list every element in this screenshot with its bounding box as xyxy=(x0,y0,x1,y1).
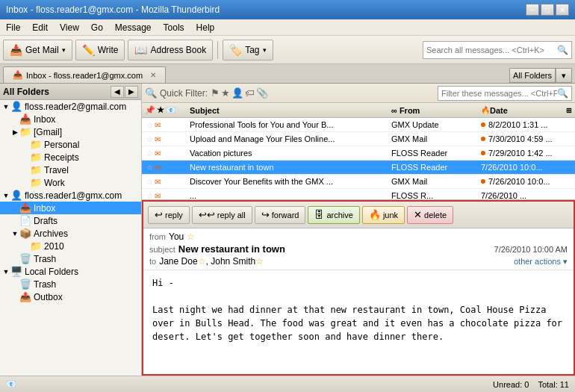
sidebar-item-inbox-gmx[interactable]: 📥 Inbox xyxy=(0,202,141,214)
email-from: FLOSS Reader xyxy=(388,149,478,158)
email-flags: ☆ ✉ xyxy=(142,135,187,143)
star-flag[interactable]: ☆ xyxy=(146,178,153,186)
sidebar-item-work[interactable]: 📁 Work xyxy=(0,176,141,189)
col-header-subject[interactable]: Subject xyxy=(187,106,388,115)
filter-starred-icon[interactable]: ★ xyxy=(221,87,230,99)
menu-tools[interactable]: Tools xyxy=(161,22,187,34)
email-row-selected[interactable]: ☆ ✉ New restaurant in town FLOSS Reader … xyxy=(142,161,575,175)
sidebar-item-2010[interactable]: 📁 2010 xyxy=(0,240,141,252)
close-button[interactable]: ✕ xyxy=(556,4,569,16)
email-flags: ☆ ✉ xyxy=(142,192,187,200)
email-row[interactable]: ☆ ✉ Professional Tools for You and Your … xyxy=(142,118,575,132)
star-flag[interactable]: ☆ xyxy=(146,121,153,129)
tab-inbox-icon: 📥 xyxy=(13,70,23,80)
tab-actions: All Folders ▾ xyxy=(509,68,575,83)
sidebar-item-trash-local[interactable]: 🗑️ Trash xyxy=(0,278,141,290)
priority-flag: ✉ xyxy=(155,121,161,129)
tag-button[interactable]: 🏷️ Tag ▾ xyxy=(223,40,273,60)
sidebar-item-receipts[interactable]: 📁 Receipts xyxy=(0,151,141,164)
sidebar-item-personal[interactable]: 📁 Personal xyxy=(0,138,141,151)
sidebar-item-archives[interactable]: ▼ 📦 Archives xyxy=(0,227,141,240)
folder-icon: 📁 xyxy=(30,152,42,163)
col-header-from[interactable]: ∞ From xyxy=(388,106,478,115)
minimize-button[interactable]: − xyxy=(526,4,539,16)
email-row[interactable]: ☆ ✉ ... FLOSS R... 7/26/2010 ... xyxy=(142,189,575,200)
sidebar-account-gmx[interactable]: ▼ 👤 floss.reader1@gmx.com xyxy=(0,189,141,202)
priority-flag: ✉ xyxy=(155,178,161,186)
menu-go[interactable]: Go xyxy=(88,22,106,34)
menu-view[interactable]: View xyxy=(57,22,82,34)
message-to-line: to Jane Doe☆, John Smith☆ other actions … xyxy=(149,256,568,267)
sidebar-account-gmail[interactable]: ▼ 👤 floss.reader2@gmail.com xyxy=(0,100,141,113)
menu-edit[interactable]: Edit xyxy=(29,22,51,34)
reply-all-button[interactable]: ↩↩ reply all xyxy=(192,206,252,224)
email-date: 7/26/2010 ... xyxy=(478,191,575,200)
email-from: GMX Mail xyxy=(388,134,478,143)
filter-input[interactable] xyxy=(441,89,557,98)
tab-inbox[interactable]: 📥 Inbox - floss.reader1@gmx.com ✕ xyxy=(3,66,166,83)
other-actions-button[interactable]: other actions ▾ xyxy=(514,257,568,267)
reply-icon: ↩ xyxy=(155,209,163,220)
get-mail-button[interactable]: 📥 Get Mail ▾ xyxy=(3,40,72,60)
sidebar-item-label: [Gmail] xyxy=(34,127,62,137)
status-icon: 📧 xyxy=(6,379,16,389)
sidebar-prev-button[interactable]: ◀ xyxy=(111,86,124,98)
forward-icon: ↪ xyxy=(261,209,270,220)
john-star[interactable]: ☆ xyxy=(255,256,264,267)
email-subject: Discover Your Benefits with the GMX ... xyxy=(187,177,388,186)
sidebar-header-label: All Folders xyxy=(3,87,49,97)
junk-button[interactable]: 🔥 junk xyxy=(362,206,405,224)
star-flag[interactable]: ☆ xyxy=(146,164,153,172)
star-flag[interactable]: ☆ xyxy=(146,135,153,143)
jane-star[interactable]: ☆ xyxy=(198,256,206,267)
sidebar-item-trash-gmx[interactable]: 🗑️ Trash xyxy=(0,252,141,265)
filter-search-box[interactable]: 🔍 xyxy=(438,86,572,101)
filter-unread-icon[interactable]: ⚑ xyxy=(211,87,220,99)
email-row[interactable]: ☆ ✉ Upload and Manage Your Files Online.… xyxy=(142,132,575,146)
sidebar-next-button[interactable]: ▶ xyxy=(125,86,138,98)
sidebar-local-folders[interactable]: ▼ 🖥️ Local Folders xyxy=(0,265,141,278)
expand-icon: ▼ xyxy=(1,103,10,111)
reply-button[interactable]: ↩ reply xyxy=(148,206,190,224)
tab-close-button[interactable]: ✕ xyxy=(150,71,156,79)
local-folders-icon: 🖥️ xyxy=(10,266,22,277)
tab-list-button[interactable]: ▾ xyxy=(556,68,572,83)
filter-attachment-icon[interactable]: 📎 xyxy=(256,87,268,99)
get-mail-icon: 📥 xyxy=(10,44,22,56)
account-icon: 👤 xyxy=(10,190,22,201)
archives-icon: 📦 xyxy=(19,228,31,239)
write-button[interactable]: ✏️ Write xyxy=(75,40,125,60)
email-row[interactable]: ☆ ✉ Vacation pictures FLOSS Reader 7/29/… xyxy=(142,146,575,161)
star-flag[interactable]: ☆ xyxy=(146,192,153,200)
forward-button[interactable]: ↪ forward xyxy=(255,206,306,224)
sidebar-item-travel[interactable]: 📁 Travel xyxy=(0,164,141,176)
archive-button[interactable]: 🗄 archive xyxy=(308,206,359,224)
filter-icon: 🔍 xyxy=(145,87,157,99)
delete-button[interactable]: ✕ delete xyxy=(407,206,453,224)
status-unread: Unread: 0 xyxy=(493,380,529,389)
sidebar-nav: ◀ ▶ xyxy=(111,86,138,98)
email-date: 7/29/2010 1:42 ... xyxy=(478,149,575,158)
tab-action-button[interactable]: All Folders xyxy=(509,68,556,83)
address-book-button[interactable]: 📖 Address Book xyxy=(128,40,213,60)
menu-file[interactable]: File xyxy=(3,22,23,34)
menu-help[interactable]: Help xyxy=(193,22,218,34)
sidebar-item-drafts[interactable]: 📄 Drafts xyxy=(0,214,141,227)
sidebar-item-gmail-folder[interactable]: ▶ 📁 [Gmail] xyxy=(0,125,141,138)
menu-message[interactable]: Message xyxy=(112,22,155,34)
tab-inbox-label: Inbox - floss.reader1@gmx.com xyxy=(26,71,143,80)
star-icon[interactable]: ☆ xyxy=(187,231,195,242)
filter-tag-icon[interactable]: 🏷 xyxy=(245,87,255,99)
search-box[interactable]: 🔍 xyxy=(423,41,572,59)
outbox-icon: 📤 xyxy=(19,291,31,302)
sidebar-item-outbox[interactable]: 📤 Outbox xyxy=(0,290,141,303)
status-total: Total: 11 xyxy=(538,380,569,389)
email-row[interactable]: ☆ ✉ Discover Your Benefits with the GMX … xyxy=(142,175,575,189)
maximize-button[interactable]: □ xyxy=(541,4,554,16)
star-flag[interactable]: ☆ xyxy=(146,149,153,158)
filter-contact-icon[interactable]: 👤 xyxy=(231,87,243,99)
search-input[interactable] xyxy=(426,46,557,55)
sidebar-item-inbox-gmail[interactable]: 📥 Inbox xyxy=(0,113,141,125)
email-date: 8/2/2010 1:31 ... xyxy=(478,120,575,129)
col-header-date[interactable]: 🔥 Date ⊞ xyxy=(478,106,575,115)
